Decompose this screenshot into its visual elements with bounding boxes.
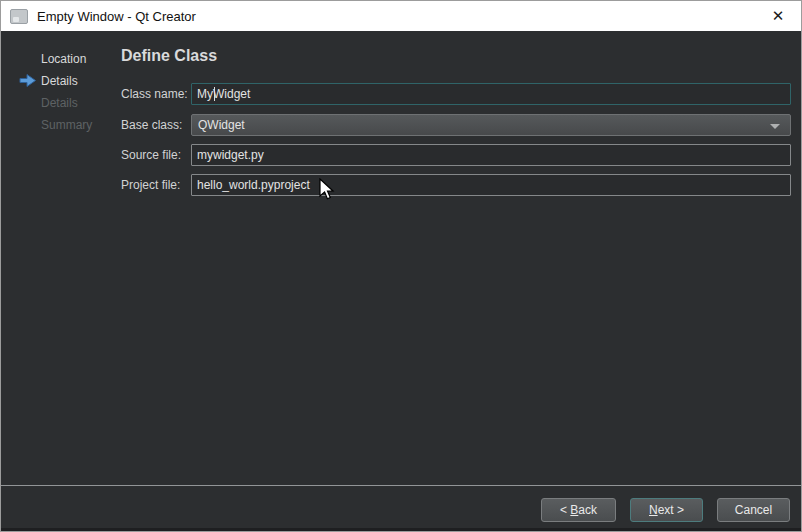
close-icon[interactable]: ✕	[755, 1, 801, 31]
project-file-input[interactable]	[191, 174, 791, 196]
base-class-combobox[interactable]: QWidget	[191, 114, 791, 136]
sidebar-step-summary: Summary	[41, 118, 92, 132]
cancel-button[interactable]: Cancel	[717, 498, 790, 522]
base-class-label: Base class:	[121, 118, 182, 132]
page-title: Define Class	[121, 47, 217, 65]
sidebar-step-details[interactable]: Details	[41, 74, 78, 88]
app-icon	[10, 9, 28, 24]
base-class-value: QWidget	[198, 118, 245, 132]
window-title: Empty Window - Qt Creator	[37, 9, 196, 24]
source-file-input[interactable]	[191, 144, 791, 166]
source-file-label: Source file:	[121, 148, 181, 162]
next-button[interactable]: Next >	[630, 498, 703, 522]
window-bottom-edge	[1, 528, 801, 531]
current-step-arrow-icon	[19, 73, 37, 88]
titlebar: Empty Window - Qt Creator ✕	[1, 1, 801, 31]
sidebar-step-location[interactable]: Location	[41, 52, 86, 66]
class-name-input[interactable]	[191, 83, 791, 105]
class-name-label: Class name:	[121, 87, 188, 101]
footer-separator	[1, 485, 801, 486]
chevron-down-icon	[770, 124, 780, 129]
wizard-dialog-window: Empty Window - Qt Creator ✕ Location Det…	[0, 0, 802, 532]
text-caret	[214, 87, 215, 101]
project-file-label: Project file:	[121, 178, 180, 192]
sidebar-step-details-2: Details	[41, 96, 78, 110]
back-button[interactable]: < Back	[541, 498, 616, 522]
